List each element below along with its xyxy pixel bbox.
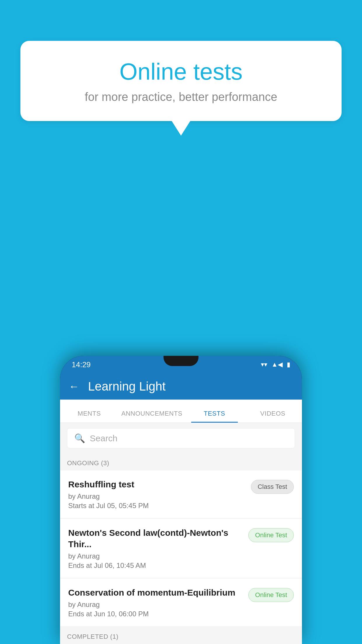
search-placeholder: Search [90,433,117,443]
test-name: Newton's Second law(contd)-Newton's Thir… [68,527,242,550]
status-bar: 14:29 ▾▾ ▲◀ ▮ [60,356,302,373]
phone-frame: 14:29 ▾▾ ▲◀ ▮ ← Learning Light MENTS ANN… [60,356,302,644]
test-badge-online-2: Online Test [248,588,294,602]
speech-bubble-area: Online tests for more practice, better p… [20,41,342,121]
test-badge-online: Online Test [248,528,294,542]
tab-announcements[interactable]: ANNOUNCEMENTS [118,410,185,423]
test-item[interactable]: Conservation of momentum-Equilibrium by … [60,579,302,626]
signal-icon: ▲◀ [271,361,283,368]
wifi-icon: ▾▾ [261,361,267,368]
test-date: Starts at Jul 05, 05:45 PM [68,502,245,510]
test-author: by Anurag [68,552,242,560]
content-area: ONGOING (3) Reshuffling test by Anurag S… [60,454,302,644]
ongoing-section-header: ONGOING (3) [60,454,302,470]
status-time: 14:29 [72,360,91,369]
test-date: Ends at Jul 06, 10:45 AM [68,561,242,570]
test-author: by Anurag [68,492,245,501]
tab-bar: MENTS ANNOUNCEMENTS TESTS VIDEOS [60,400,302,423]
test-badge-class: Class Test [251,480,294,494]
test-name: Reshuffling test [68,479,245,490]
back-button[interactable]: ← [69,380,79,393]
tab-ments[interactable]: MENTS [60,410,118,423]
test-date: Ends at Jun 10, 06:00 PM [68,610,242,618]
status-icons: ▾▾ ▲◀ ▮ [261,361,290,368]
test-author: by Anurag [68,601,242,609]
completed-section-header: COMPLETED (1) [60,627,302,644]
tab-tests[interactable]: TESTS [185,410,244,423]
battery-icon: ▮ [287,361,290,368]
bubble-subtitle: for more practice, better performance [44,90,318,104]
test-item-info: Newton's Second law(contd)-Newton's Thir… [68,527,248,570]
bubble-title: Online tests [44,58,318,85]
phone-screen: 14:29 ▾▾ ▲◀ ▮ ← Learning Light MENTS ANN… [60,356,302,644]
phone-wrapper: 14:29 ▾▾ ▲◀ ▮ ← Learning Light MENTS ANN… [60,356,302,644]
search-bar[interactable]: 🔍 Search [67,428,295,448]
test-name: Conservation of momentum-Equilibrium [68,587,242,598]
tab-videos[interactable]: VIDEOS [244,410,302,423]
test-item[interactable]: Reshuffling test by Anurag Starts at Jul… [60,470,302,518]
test-item-info: Reshuffling test by Anurag Starts at Jul… [68,479,251,510]
test-item[interactable]: Newton's Second law(contd)-Newton's Thir… [60,519,302,578]
test-item-info: Conservation of momentum-Equilibrium by … [68,587,248,618]
speech-bubble: Online tests for more practice, better p… [20,41,342,121]
app-title: Learning Light [88,379,166,393]
search-container: 🔍 Search [60,423,302,454]
search-icon: 🔍 [74,433,85,443]
app-bar: ← Learning Light [60,373,302,400]
notch [164,356,198,366]
